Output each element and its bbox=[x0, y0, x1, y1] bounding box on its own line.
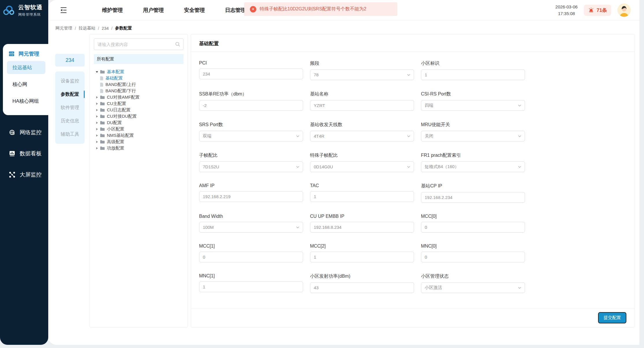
tree-node[interactable]: CU主配置 bbox=[94, 100, 183, 107]
breadcrumb-item: 参数配置 bbox=[115, 25, 132, 31]
field-label: 小区发射功率(dBm) bbox=[310, 273, 414, 279]
station-tab[interactable]: 234 bbox=[55, 54, 85, 67]
alarm-badge[interactable]: 71条 bbox=[584, 5, 611, 16]
field-label: MCC[0] bbox=[421, 214, 525, 219]
field-select[interactable]: 小区激活 bbox=[421, 282, 525, 293]
tree-collapse-icon[interactable] bbox=[95, 121, 99, 124]
field-select[interactable]: 关闭 bbox=[421, 131, 525, 141]
field-input[interactable] bbox=[199, 69, 303, 79]
tree-node[interactable]: CU日志配置 bbox=[94, 107, 183, 113]
field-select[interactable]: 78 bbox=[310, 69, 414, 80]
field-select[interactable]: 短格式B4（160） bbox=[421, 161, 525, 172]
top-menu-item[interactable]: 安全管理 bbox=[184, 7, 205, 14]
form-field: 子帧配比7D1S2U bbox=[199, 152, 303, 172]
station-menu-item[interactable]: 历史信息 bbox=[55, 114, 85, 128]
station-menu-item[interactable]: 参数配置 bbox=[55, 88, 85, 101]
tree-collapse-icon[interactable] bbox=[95, 140, 99, 143]
form-field: FR1 prach配置索引短格式B4（160） bbox=[421, 152, 525, 172]
app-sidebar: 云智软通 网络管理系统 网元管理拉远基站核心网HA核心网组网络监控数据看板大屏监… bbox=[0, 0, 48, 345]
sidebar-item[interactable]: 拉远基站 bbox=[7, 61, 45, 74]
tree-node[interactable]: BAND配置/上行 bbox=[94, 81, 183, 88]
field-input[interactable] bbox=[421, 252, 525, 262]
station-menu-item[interactable]: 软件管理 bbox=[55, 101, 85, 114]
form-field: TAC bbox=[310, 183, 414, 203]
station-menu-item[interactable]: 设备监控 bbox=[55, 74, 85, 88]
field-select[interactable]: 4T4R bbox=[310, 131, 414, 141]
submit-config-button[interactable]: 提交配置 bbox=[598, 312, 626, 323]
app-subtitle: 网络管理系统 bbox=[18, 12, 42, 17]
field-input[interactable] bbox=[310, 222, 414, 233]
search-input[interactable] bbox=[94, 38, 183, 50]
tree-node-label: CU日志配置 bbox=[107, 107, 131, 113]
field-input[interactable] bbox=[421, 192, 525, 203]
breadcrumb-item[interactable]: 拉远基站 bbox=[79, 25, 95, 31]
collapse-sidebar-icon[interactable] bbox=[59, 6, 68, 14]
sidebar-item[interactable]: 核心网 bbox=[7, 78, 45, 91]
field-select[interactable]: 双端 bbox=[199, 131, 303, 141]
field-input[interactable] bbox=[199, 252, 303, 262]
field-select[interactable]: 7D1S2U bbox=[199, 161, 303, 172]
breadcrumb-item[interactable]: 234 bbox=[102, 26, 109, 31]
tree-node[interactable]: BAND配置/下行 bbox=[94, 88, 183, 94]
tree-node[interactable]: NMS基站配置 bbox=[94, 132, 183, 139]
tree-node-label: NMS基站配置 bbox=[107, 133, 134, 138]
field-select[interactable]: 100M bbox=[199, 222, 303, 233]
sidebar-item[interactable]: 数据看板 bbox=[9, 150, 48, 157]
search-icon[interactable] bbox=[175, 41, 181, 47]
station-menu-item[interactable]: 辅助工具 bbox=[55, 128, 85, 141]
sidebar-section-label: 网元管理 bbox=[18, 50, 39, 57]
tree-collapse-icon[interactable] bbox=[95, 96, 99, 99]
tree-node[interactable]: CU对接DU配置 bbox=[94, 113, 183, 119]
top-menu-item[interactable]: 维护管理 bbox=[102, 7, 123, 14]
field-select[interactable]: 0D14G0U bbox=[310, 161, 414, 172]
tree-node-label: 高级配置 bbox=[107, 139, 124, 145]
folder-icon bbox=[100, 108, 105, 112]
tree-node-label: 功放配置 bbox=[107, 146, 124, 151]
tree-node[interactable]: DU配置 bbox=[94, 119, 183, 126]
select-value: 0D14G0U bbox=[314, 164, 333, 169]
field-input[interactable] bbox=[199, 191, 303, 202]
breadcrumb-item[interactable]: 网元管理 bbox=[55, 25, 72, 31]
alarm-count: 71条 bbox=[597, 7, 607, 14]
field-input[interactable] bbox=[421, 69, 525, 80]
tree-collapse-icon[interactable] bbox=[95, 102, 99, 105]
field-input[interactable] bbox=[310, 282, 414, 293]
sidebar-section[interactable]: 网元管理 bbox=[3, 50, 48, 57]
folder-icon bbox=[100, 70, 105, 74]
tree-collapse-icon[interactable] bbox=[95, 147, 99, 150]
form-title: 基础配置 bbox=[191, 34, 634, 51]
field-input[interactable] bbox=[310, 191, 414, 202]
top-menu-item[interactable]: 用户管理 bbox=[143, 7, 164, 14]
field-input[interactable] bbox=[310, 100, 414, 111]
tree-root-label[interactable]: 所有配置 bbox=[94, 54, 183, 64]
user-avatar[interactable] bbox=[617, 3, 631, 17]
config-tree-panel: 所有配置 基本配置基础配置BAND配置/上行BAND配置/下行CU对接AMF配置… bbox=[90, 34, 188, 327]
field-input[interactable] bbox=[199, 281, 303, 292]
field-input[interactable] bbox=[310, 252, 414, 262]
error-toast: ✕ 特殊子帧配比10D2G2U则SRS配置符号个数不能为2 bbox=[244, 2, 397, 16]
field-input[interactable] bbox=[199, 100, 303, 111]
tree-collapse-icon[interactable] bbox=[95, 134, 99, 137]
tree-node[interactable]: CU对接AMF配置 bbox=[94, 94, 183, 100]
form-field: 特殊子帧配比0D14G0U bbox=[310, 152, 414, 172]
top-menu-item[interactable]: 日志管理 bbox=[225, 7, 246, 14]
chevron-down-icon bbox=[517, 134, 522, 138]
tree-node[interactable]: 基础配置 bbox=[94, 75, 183, 81]
sidebar-item[interactable]: HA核心网组 bbox=[7, 95, 45, 108]
tree-node[interactable]: 功放配置 bbox=[94, 145, 183, 151]
sidebar-item[interactable]: 网络监控 bbox=[9, 129, 48, 136]
tree-node[interactable]: 小区配置 bbox=[94, 126, 183, 132]
top-bar: 维护管理用户管理安全管理日志管理 ✕ 特殊子帧配比10D2G2U则SRS配置符号… bbox=[48, 0, 639, 21]
tree-node[interactable]: 基本配置 bbox=[94, 69, 183, 75]
tree-collapse-icon[interactable] bbox=[95, 115, 99, 118]
tree-node[interactable]: 高级配置 bbox=[94, 139, 183, 145]
field-label: FR1 prach配置索引 bbox=[421, 152, 525, 159]
field-select[interactable]: 四端 bbox=[421, 100, 525, 111]
tree-collapse-icon[interactable] bbox=[95, 108, 99, 112]
sidebar-item[interactable]: 大屏监控 bbox=[9, 171, 48, 178]
tree-expand-icon[interactable] bbox=[95, 70, 99, 73]
field-input[interactable] bbox=[421, 222, 525, 233]
field-label: 基站名称 bbox=[310, 91, 414, 97]
time-text: 17:35:08 bbox=[555, 10, 578, 17]
tree-collapse-icon[interactable] bbox=[95, 128, 99, 131]
